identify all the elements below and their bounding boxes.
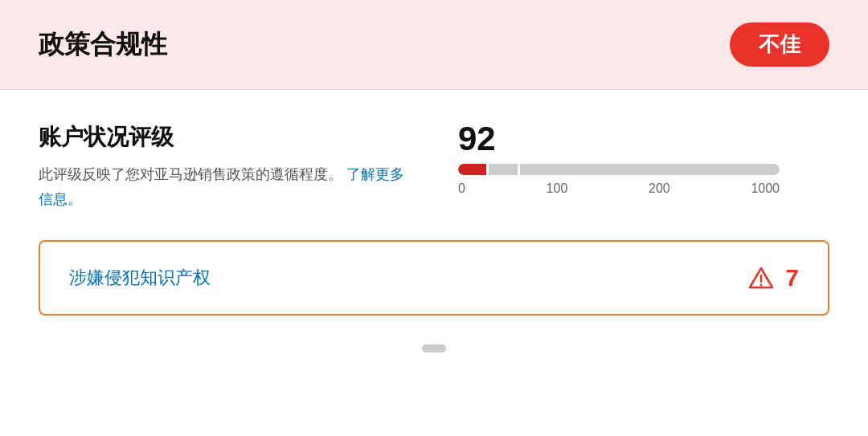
warning-link[interactable]: 涉嫌侵犯知识产权: [69, 266, 211, 290]
progress-label-100: 100: [547, 181, 568, 196]
main-content: 账户状况评级 此评级反映了您对亚马逊销售政策的遵循程度。 了解更多信息。 92 …: [0, 90, 868, 436]
rating-description-text: 此评级反映了您对亚马逊销售政策的遵循程度。: [39, 166, 342, 182]
warning-card[interactable]: 涉嫌侵犯知识产权 7: [39, 240, 829, 316]
progress-label-200: 200: [649, 181, 670, 196]
warning-triangle-icon: [748, 265, 774, 291]
policy-compliance-card: 政策合规性 不佳 账户状况评级 此评级反映了您对亚马逊销售政策的遵循程度。 了解…: [0, 0, 868, 436]
status-badge: 不佳: [730, 22, 829, 67]
warning-right: 7: [748, 264, 799, 291]
progress-segment-gray2: [520, 164, 780, 175]
progress-label-1000: 1000: [751, 181, 780, 196]
scroll-dot: [422, 344, 446, 352]
rating-description: 此评级反映了您对亚马逊销售政策的遵循程度。 了解更多信息。: [39, 162, 408, 211]
rating-title: 账户状况评级: [39, 122, 410, 153]
rating-section: 账户状况评级 此评级反映了您对亚马逊销售政策的遵循程度。 了解更多信息。 92 …: [39, 122, 829, 211]
card-header: 政策合规性 不佳: [0, 0, 868, 90]
scroll-indicator-area: [39, 344, 829, 362]
svg-point-2: [760, 284, 763, 287]
progress-segment-gray1: [489, 164, 517, 175]
progress-labels: 0 100 200 1000: [458, 181, 780, 196]
warning-count: 7: [785, 264, 799, 291]
progress-segment-red: [458, 164, 486, 175]
rating-score: 92: [458, 122, 496, 156]
rating-score-area: 92 0 100 200 1000: [410, 122, 829, 196]
progress-bar-track: [458, 164, 780, 175]
rating-progress-bar: 0 100 200 1000: [458, 164, 780, 196]
rating-description-area: 账户状况评级 此评级反映了您对亚马逊销售政策的遵循程度。 了解更多信息。: [39, 122, 410, 211]
progress-label-0: 0: [458, 181, 465, 196]
page-title: 政策合规性: [39, 27, 167, 63]
